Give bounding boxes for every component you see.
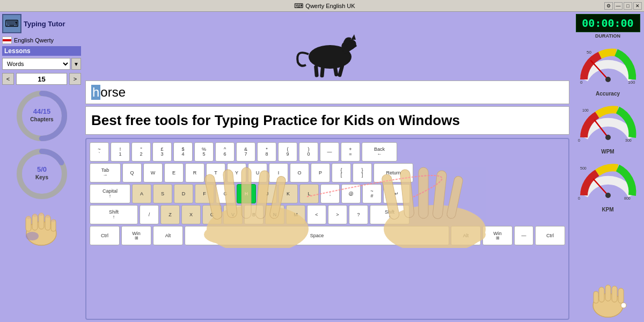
key-u[interactable]: U	[248, 163, 267, 182]
key-return[interactable]: Return	[374, 163, 413, 182]
nav-next-button[interactable]: >	[69, 73, 81, 85]
key-4[interactable]: $4	[173, 142, 193, 162]
key-q[interactable]: Q	[122, 163, 142, 182]
lessons-dropdown[interactable]: Words	[2, 58, 70, 70]
key-f[interactable]: F	[195, 184, 214, 203]
key-win-right[interactable]: Win⊞	[482, 226, 513, 245]
key-slash[interactable]: /	[140, 205, 159, 224]
key-z[interactable]: Z	[160, 205, 180, 224]
key-question[interactable]: ?	[349, 205, 368, 224]
key-win-left[interactable]: Win⊞	[121, 226, 151, 245]
svg-text:800: 800	[624, 196, 631, 200]
language-text: English Qwerty	[14, 37, 54, 43]
key-0[interactable]: )0	[299, 142, 318, 162]
key-t[interactable]: T	[206, 163, 225, 182]
key-capital[interactable]: Capital↑	[90, 184, 130, 203]
key-shift-left[interactable]: Shift↑	[90, 205, 138, 224]
chapters-gauge-svg: 44/15 Chapters	[15, 89, 69, 143]
word-rest: orse	[100, 85, 126, 100]
svg-point-14	[26, 216, 31, 219]
key-a[interactable]: A	[132, 184, 151, 203]
nav-prev-button[interactable]: <	[2, 73, 14, 85]
maximize-button[interactable]: □	[624, 2, 632, 10]
key-hash[interactable]: ~#	[362, 184, 382, 203]
key-6[interactable]: ^6	[215, 142, 235, 162]
key-p[interactable]: P	[311, 163, 330, 182]
key-2[interactable]: "2	[131, 142, 151, 162]
key-period[interactable]: >	[328, 205, 347, 224]
key-3[interactable]: £3	[152, 142, 172, 162]
settings-button[interactable]: ⚙	[604, 2, 613, 10]
key-enter[interactable]: ↵	[383, 184, 410, 203]
accuracy-gauge-svg: 0 50 100	[576, 42, 640, 87]
key-9[interactable]: (9	[278, 142, 297, 162]
key-l[interactable]: L	[299, 184, 319, 203]
key-v[interactable]: V	[223, 205, 243, 224]
key-shift-right[interactable]: Shift↑	[370, 205, 409, 224]
key-tab[interactable]: Tab→	[90, 163, 121, 182]
keyboard-row-1: ~` !1 "2 £3 $4 %5 ^6 &7 *8 (9 )0 — += Ba…	[90, 142, 565, 162]
key-comma[interactable]: <	[307, 205, 326, 224]
key-alt-right[interactable]: Alt	[451, 226, 481, 245]
key-7[interactable]: &7	[236, 142, 255, 162]
title-bar-controls[interactable]: ⚙ — □ ✕	[604, 2, 642, 10]
key-1[interactable]: !1	[111, 142, 130, 162]
key-n[interactable]: N	[265, 205, 284, 224]
key-h[interactable]: H	[237, 184, 256, 203]
accuracy-gauge: 0 50 100 Accuracy	[576, 42, 640, 97]
svg-text:500: 500	[580, 166, 587, 170]
key-backtick[interactable]: ~`	[90, 142, 109, 162]
keyboard-row-3: Capital↑ A S D F G H J K L ; @ ~# ↵	[90, 184, 565, 203]
app-icon: ⌨	[2, 14, 21, 33]
nav-row[interactable]: < 15 >	[2, 73, 81, 85]
key-alt-left[interactable]: Alt	[153, 226, 183, 245]
key-ctrl-right[interactable]: Ctrl	[535, 226, 565, 245]
key-backspace[interactable]: Back←	[362, 142, 397, 162]
key-r[interactable]: R	[185, 163, 204, 182]
key-o[interactable]: O	[290, 163, 309, 182]
key-minus[interactable]: —	[320, 142, 339, 162]
key-j[interactable]: J	[258, 184, 277, 203]
key-e[interactable]: E	[164, 163, 184, 182]
key-w[interactable]: W	[143, 163, 163, 182]
svg-rect-60	[605, 285, 611, 301]
title-bar: ⌨ Qwerty English UK ⚙ — □ ✕	[0, 0, 644, 12]
keyboard-row-5: Ctrl Win⊞ Alt Space Alt Win⊞ — Ctrl	[90, 226, 565, 245]
key-space[interactable]: Space	[185, 226, 449, 245]
dropdown-arrow-button[interactable]: ▼	[71, 58, 81, 70]
key-5[interactable]: %5	[194, 142, 214, 162]
dropdown-row[interactable]: Words ▼	[2, 58, 81, 70]
main-layout: ⌨ Typing Tutor English Qwerty Lessons Wo…	[0, 12, 644, 322]
key-c[interactable]: C	[202, 205, 222, 224]
key-i[interactable]: I	[269, 163, 288, 182]
key-8[interactable]: *8	[257, 142, 276, 162]
wpm-label: WPM	[576, 149, 640, 155]
svg-point-18	[52, 219, 55, 222]
key-k[interactable]: K	[279, 184, 298, 203]
key-g[interactable]: G	[216, 184, 235, 203]
key-ctrl-left[interactable]: Ctrl	[90, 226, 120, 245]
svg-rect-24	[320, 67, 325, 78]
svg-text:50: 50	[587, 50, 591, 55]
close-button[interactable]: ✕	[633, 2, 642, 10]
key-x[interactable]: X	[181, 205, 201, 224]
svg-text:5/0: 5/0	[36, 165, 46, 173]
left-hand-display	[20, 210, 63, 248]
key-at[interactable]: @	[341, 184, 361, 203]
key-lbracket[interactable]: {[	[332, 163, 351, 182]
keys-gauge-svg: 5/0 Keys	[15, 147, 69, 201]
key-d[interactable]: D	[174, 184, 193, 203]
key-rbracket[interactable]: }]	[353, 163, 372, 182]
kpm-gauge: 0 500 800 KPM	[576, 158, 640, 213]
key-b[interactable]: B	[244, 205, 264, 224]
chapters-gauge: 44/15 Chapters	[15, 89, 69, 143]
key-semicolon[interactable]: ;	[320, 184, 340, 203]
key-s[interactable]: S	[153, 184, 172, 203]
key-equals[interactable]: +=	[341, 142, 360, 162]
right-panel: 00:00:00 DURATION 0 50 100 Accuracy	[572, 12, 644, 322]
key-m[interactable]: M	[286, 205, 305, 224]
kpm-gauge-svg: 0 500 800	[576, 158, 640, 203]
key-y[interactable]: Y	[227, 163, 246, 182]
minimize-button[interactable]: —	[614, 2, 623, 10]
key-dash-right[interactable]: —	[514, 226, 533, 245]
